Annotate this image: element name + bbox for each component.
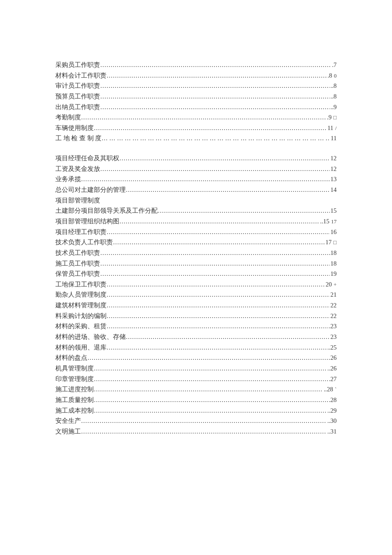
toc-page-number: 21	[330, 289, 337, 300]
toc-page-number: ..15	[319, 216, 329, 227]
toc-leader: ……………………………………………………………………………………………………………	[107, 70, 327, 81]
toc-title: 考勤制度	[55, 112, 81, 123]
toc-page-number: 18	[330, 258, 337, 269]
toc-title: 出纳员工作职责	[55, 102, 100, 113]
toc-title: 总公司对土建部分的管理	[55, 185, 126, 195]
toc-leader: ……………………………………………………………………………………………………………	[94, 123, 326, 133]
toc-title: 车辆使用制度	[55, 123, 94, 133]
toc-entry: 项目部管理组织结构图…………………………………………………………………………………	[55, 216, 337, 227]
toc-page-number: .28	[328, 395, 337, 405]
toc-page-number: .18	[328, 248, 337, 258]
toc-trail-mark: 0	[332, 71, 337, 81]
toc-block-1: 采购员工作职责…………………………………………………………………………………………	[55, 60, 337, 144]
toc-page-number: ..25	[326, 342, 337, 353]
toc-entry: 文明施工…………………………………………………………………………………………………	[55, 426, 337, 437]
toc-entry: 印章管理制度……………………………………………………………………………………………	[55, 374, 337, 384]
toc-leader: ……………………………………………………………………………………………………………	[119, 153, 330, 164]
toc-page-number: ..8	[330, 91, 337, 102]
toc-entry: 安全生产…………………………………………………………………………………………………	[55, 416, 337, 426]
toc-block-2: 项目经理任命及其职权…………………………………………………………………………………	[55, 153, 337, 436]
toc-leader: ……………………………………………………………………………………………………………	[94, 374, 328, 384]
toc-page-number: 17	[325, 237, 332, 248]
toc-entry: 材料的采购、租赁………………………………………………………………………………………	[55, 321, 337, 332]
toc-title: 工 地 检 查 制 度	[55, 133, 101, 144]
toc-title: 土建部分项目部领导关系及工作分配	[55, 205, 158, 216]
toc-leader: ……………………………………………………………………………………………………………	[107, 342, 326, 353]
toc-leader: ……………………………………………………………………………………………………………	[113, 237, 325, 248]
toc-page-number: ..30	[326, 416, 337, 426]
toc-title: 文明施工	[55, 426, 81, 437]
toc-title: 料采购计划的编制	[55, 311, 107, 321]
toc-leader: ……………………………………………………………………………………………………………	[100, 269, 330, 279]
toc-title: 印章管理制度	[55, 374, 94, 384]
toc-entry: 保管员工作职责…………………………………………………………………………………………	[55, 269, 337, 279]
toc-leader: ……………………………………………………………………………………………………………	[100, 60, 331, 70]
toc-entry: 出纳员工作职责…………………………………………………………………………………………	[55, 102, 337, 113]
toc-entry: 项目经理任命及其职权…………………………………………………………………………………	[55, 153, 337, 164]
toc-page-number: 23	[330, 332, 337, 342]
toc-title: 项目经理工作职责	[55, 227, 107, 237]
toc-trail-mark: `	[333, 385, 337, 394]
toc-entry: 审计员工作职责…………………………………………………………………………………………	[55, 81, 337, 91]
toc-page-number: ..29	[326, 405, 337, 416]
toc-leader: ……………………………………………………………………………………………………………	[107, 321, 328, 332]
toc-page-number: 12	[330, 164, 337, 174]
toc-page-number: ..31	[326, 426, 337, 437]
toc-entry: 施工成本控制……………………………………………………………………………………………	[55, 405, 337, 416]
toc-page-number: ..9	[330, 102, 337, 113]
toc-entry: 预算员工作职责…………………………………………………………………………………………	[55, 91, 337, 102]
toc-title: 工地保卫工作职责	[55, 279, 107, 290]
toc-entry: 勤杂人员管理制度………………………………………………………………………………………	[55, 289, 337, 300]
toc-page-number: .23	[328, 321, 337, 332]
toc-entry: 材料的领用、退库………………………………………………………………………………………	[55, 342, 337, 353]
toc-trail-mark: □	[331, 238, 337, 247]
toc-entry: 工资及奖金发放…………………………………………………………………………………………	[55, 164, 337, 174]
toc-title: 项目经理任命及其职权	[55, 153, 119, 164]
toc-entry: 土建部分项目部领导关系及工作分配…………………………………………………………………	[55, 205, 337, 216]
toc-title: 施工成本控制	[55, 405, 94, 416]
toc-title: 业务承揽	[55, 174, 81, 185]
toc-leader: ……………………………………………………………………………………………………………	[81, 426, 326, 437]
toc-title: 保管员工作职责	[55, 269, 100, 279]
section-gap	[55, 144, 337, 153]
toc-leader: ……………………………………………………………………………………………………………	[81, 416, 326, 426]
toc-entry: 总公司对土建部分的管理………………………………………………………………………………	[55, 185, 337, 195]
toc-entry: 材料的进场、验收、存储………………………………………………………………………………	[55, 332, 337, 342]
toc-title: 施工员工作职责	[55, 258, 100, 269]
toc-trail-mark: /	[333, 124, 337, 133]
toc-title: 材料会计工作职责	[55, 70, 107, 81]
toc-leader: ……………………………………………………………………………………………………………	[100, 81, 330, 91]
toc-page-number: .7	[331, 60, 337, 70]
toc-leader: ……………………………………………………………………………………………………………	[94, 384, 323, 395]
toc-leader: ……………………………………………………………………………………………………………	[87, 353, 330, 363]
toc-entry: 施工员工作职责…………………………………………………………………………………………	[55, 258, 337, 269]
toc-leader: ……………………………………………………………………………………………………………	[107, 279, 325, 290]
toc-title: 勤杂人员管理制度	[55, 289, 107, 300]
toc-page-number: 19	[330, 269, 337, 279]
toc-leader: ……………………………………………………………………………………………………………	[100, 248, 328, 258]
toc-leader: ……………………………………………………………………………………………………………	[100, 91, 330, 102]
toc-page-number: 12	[330, 153, 337, 164]
toc-leader: ……………………………………………………………………………………………………………	[126, 185, 330, 195]
toc-leader: … … … … … … … … … … … … … … … … … … … … …	[101, 133, 330, 144]
toc-entry: 材料会计工作职责………………………………………………………………………………………	[55, 70, 337, 81]
toc-leader: ……………………………………………………………………………………………………………	[81, 174, 330, 185]
toc-entry: 料采购计划的编制………………………………………………………………………………………	[55, 311, 337, 321]
toc-entry: 业务承揽…………………………………………………………………………………………………	[55, 174, 337, 185]
toc-leader: ……………………………………………………………………………………………………………	[81, 112, 326, 123]
toc-page-number: 16	[330, 227, 337, 237]
toc-page-number: .9	[326, 112, 331, 123]
toc-leader: ……………………………………………………………………………………………………………	[107, 289, 330, 300]
toc-page-number: 14	[330, 185, 337, 195]
toc-title: 技术员工作职责	[55, 248, 100, 258]
toc-title: 材料的进场、验收、存储	[55, 332, 126, 342]
document-page: 采购员工作职责…………………………………………………………………………………………	[0, 0, 392, 555]
toc-title: 项目部管理制度	[55, 195, 100, 206]
toc-entry: 技术负责人工作职责……………………………………………………………………………………	[55, 237, 337, 248]
toc-leader: ……………………………………………………………………………………………………………	[94, 363, 326, 374]
toc-leader: ……………………………………………………………………………………………………………	[100, 102, 330, 113]
toc-title: 建筑材料管理制度	[55, 300, 107, 311]
toc-page-number: ..26	[326, 363, 337, 374]
toc-entry: 材料的盘点………………………………………………………………………………………………	[55, 353, 337, 363]
toc-title: 预算员工作职责	[55, 91, 100, 102]
